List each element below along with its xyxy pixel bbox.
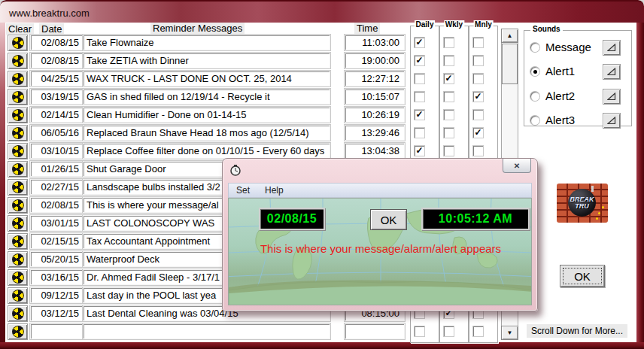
wkly-checkbox[interactable]: [444, 110, 454, 120]
main-titlebar[interactable]: www.breaktru.com: [0, 0, 644, 23]
clear-button[interactable]: [8, 35, 28, 51]
radio-message[interactable]: [530, 43, 539, 52]
date-field[interactable]: 04/25/15: [30, 71, 84, 86]
date-field[interactable]: [30, 323, 84, 339]
radiation-icon: [12, 235, 24, 247]
sound-option-row: Alert2: [524, 89, 631, 107]
clear-button[interactable]: [8, 179, 28, 196]
clear-button[interactable]: [8, 305, 28, 322]
radio-alert2[interactable]: [530, 92, 539, 101]
time-field[interactable]: 13:04:38: [345, 143, 405, 159]
popup-ok-button[interactable]: OK: [370, 209, 407, 230]
clear-button[interactable]: [8, 197, 28, 214]
scroll-up-button[interactable]: ▲: [501, 29, 518, 43]
wkly-checkbox[interactable]: ✓: [444, 74, 454, 83]
play-sound-button[interactable]: [603, 113, 621, 129]
clear-button[interactable]: [8, 323, 28, 340]
clear-button[interactable]: [8, 143, 28, 159]
time-field[interactable]: 10:15:07: [345, 89, 405, 105]
clear-button[interactable]: [8, 269, 28, 286]
message-field[interactable]: Take ZETIA with Dinner: [83, 53, 330, 68]
time-field[interactable]: 12:27:12: [345, 71, 405, 86]
popup-close-button[interactable]: ✕: [503, 159, 531, 173]
scroll-down-button[interactable]: ▼: [501, 326, 518, 340]
menu-help[interactable]: Help: [257, 185, 291, 196]
mnly-checkbox[interactable]: [473, 56, 483, 65]
play-sound-button[interactable]: [603, 64, 621, 80]
wkly-checkbox[interactable]: [444, 146, 454, 156]
clear-button[interactable]: [8, 161, 28, 178]
mnly-checkbox[interactable]: [473, 146, 483, 156]
time-field[interactable]: 19:00:00: [345, 53, 405, 68]
time-field[interactable]: 10:26:19: [345, 107, 405, 123]
scroll-hint-label: Scroll Down for More...: [527, 324, 627, 338]
date-field[interactable]: 03/10/15: [30, 143, 84, 159]
main-ok-button[interactable]: OK: [560, 265, 605, 287]
wkly-checkbox[interactable]: [444, 92, 454, 102]
daily-checkbox[interactable]: [415, 128, 424, 138]
date-field[interactable]: 02/08/15: [30, 35, 84, 50]
clear-button[interactable]: [8, 215, 28, 232]
daily-checkbox[interactable]: [415, 74, 424, 83]
play-sound-button[interactable]: [603, 89, 621, 105]
header-wkly: Wkly: [444, 20, 464, 29]
date-field[interactable]: 02/15/15: [30, 233, 84, 249]
arrow-up-icon: ▲: [507, 32, 513, 39]
date-field[interactable]: 03/01/15: [30, 215, 84, 231]
wkly-checkbox[interactable]: [444, 128, 454, 138]
message-field[interactable]: Take Flownaize: [83, 35, 330, 50]
date-field[interactable]: 05/20/15: [30, 251, 84, 267]
radio-alert1[interactable]: [530, 67, 539, 76]
message-field[interactable]: Replace Coffee filter done on 01/10/15 -…: [83, 143, 330, 159]
mnly-checkbox[interactable]: [473, 326, 483, 336]
date-field[interactable]: 01/26/15: [30, 161, 84, 177]
wkly-checkbox[interactable]: [444, 38, 454, 47]
play-sound-button[interactable]: [603, 40, 621, 56]
date-field[interactable]: 02/08/15: [30, 53, 84, 68]
clear-button[interactable]: [8, 233, 28, 250]
date-field[interactable]: 02/08/15: [30, 197, 84, 213]
daily-checkbox[interactable]: ✓: [415, 110, 424, 120]
clear-button[interactable]: [8, 89, 28, 105]
clear-button[interactable]: [8, 53, 28, 69]
date-field[interactable]: 02/27/15: [30, 179, 84, 195]
time-field[interactable]: 11:03:00: [345, 35, 405, 50]
scrollbar-thumb[interactable]: [502, 44, 518, 84]
app-window: www.breaktru.com Clear Date Reminder Mes…: [0, 0, 644, 349]
date-field[interactable]: 02/14/15: [30, 107, 84, 123]
message-field[interactable]: [83, 323, 330, 339]
mnly-checkbox[interactable]: [473, 38, 483, 47]
mnly-checkbox[interactable]: ✓: [473, 92, 483, 102]
mnly-checkbox[interactable]: [473, 74, 483, 83]
mnly-checkbox[interactable]: ✓: [473, 128, 483, 138]
clear-button[interactable]: [8, 251, 28, 268]
daily-checkbox[interactable]: ✓: [415, 38, 424, 47]
clear-button[interactable]: [8, 71, 28, 87]
daily-checkbox[interactable]: ✓: [415, 146, 424, 156]
mnly-checkbox[interactable]: [473, 110, 483, 120]
sounds-groupbox: Sounds MessageAlert1Alert2Alert3: [524, 30, 632, 126]
clear-button[interactable]: [8, 287, 28, 304]
time-field[interactable]: [345, 323, 405, 339]
daily-checkbox[interactable]: [415, 326, 424, 336]
menu-set[interactable]: Set: [229, 185, 257, 196]
radio-alert3[interactable]: [530, 116, 539, 125]
date-field[interactable]: 03/16/15: [30, 269, 84, 285]
message-field[interactable]: Replaced Braun Shave Head 18 mos ago (12…: [83, 125, 330, 141]
message-field[interactable]: GAS in shed filled on 12/19/14 - Recycle…: [83, 89, 330, 105]
radiation-icon: [12, 181, 24, 193]
date-field[interactable]: 03/12/15: [30, 305, 84, 321]
wkly-checkbox[interactable]: [444, 326, 454, 336]
daily-checkbox[interactable]: [415, 92, 424, 102]
date-field[interactable]: 06/05/16: [30, 125, 84, 141]
clear-button[interactable]: [8, 107, 28, 123]
popup-date-display: 02/08/15: [260, 209, 324, 229]
date-field[interactable]: 03/19/15: [30, 89, 84, 105]
clear-button[interactable]: [8, 125, 28, 141]
wkly-checkbox[interactable]: [444, 56, 454, 65]
message-field[interactable]: WAX TRUCK - LAST DONE ON OCT. 25, 2014: [83, 71, 330, 86]
message-field[interactable]: Clean Humidifier - Done on 01-14-15: [83, 107, 330, 123]
time-field[interactable]: 13:29:46: [345, 125, 405, 141]
date-field[interactable]: 09/12/15: [30, 287, 84, 303]
daily-checkbox[interactable]: ✓: [415, 56, 424, 65]
